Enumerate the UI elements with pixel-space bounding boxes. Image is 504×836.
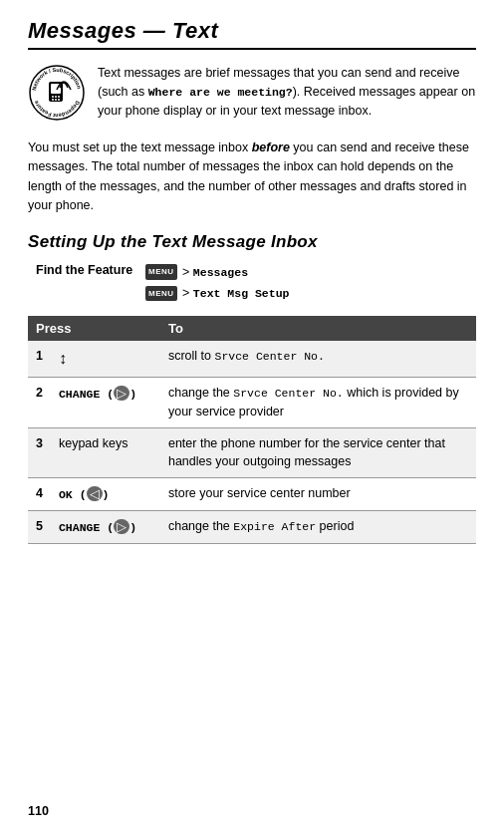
network-subscription-icon: Network / Subscription Dependent Feature xyxy=(28,64,86,125)
svg-text:Dependent  Feature: Dependent Feature xyxy=(33,100,81,119)
table-row: 3 keypad keys enter the phone number for… xyxy=(28,427,476,478)
find-step-2: MENU > Text Msg Setup xyxy=(145,283,289,304)
svg-point-5 xyxy=(52,96,54,98)
body-text-before: before xyxy=(252,140,290,154)
step-action-3: keypad keys xyxy=(51,427,160,478)
step-result-2-mono: Srvce Center No. xyxy=(233,387,343,400)
svg-point-10 xyxy=(58,99,60,101)
svg-point-6 xyxy=(55,96,57,98)
close-paren-5: ) xyxy=(129,521,136,534)
step-result-1-mono: Srvce Center No. xyxy=(215,350,325,363)
section-title: Setting Up the Text Message Inbox xyxy=(28,232,476,252)
ok-key-4: OK ( xyxy=(59,488,87,501)
page-number: 110 xyxy=(28,804,49,818)
find-step-1: MENU > Messages xyxy=(145,262,289,283)
body-paragraph: You must set up the text message inbox b… xyxy=(28,139,476,216)
svg-point-7 xyxy=(58,96,60,98)
step-action-1: ↕ xyxy=(51,341,160,378)
intro-example-code: Where are we meeting? xyxy=(148,86,293,99)
table-row: 1 ↕ scroll to Srvce Center No. xyxy=(28,341,476,378)
table-row: 5 CHANGE (▷) change the Expire After per… xyxy=(28,510,476,543)
right-soft-key-2: ▷ xyxy=(114,386,129,401)
menu-key-1: MENU xyxy=(145,264,177,280)
step-num-4: 4 xyxy=(28,478,51,511)
step-num-3: 3 xyxy=(28,427,51,478)
table-row: 2 CHANGE (▷) change the Srvce Center No.… xyxy=(28,378,476,428)
header-press: Press xyxy=(28,316,160,341)
change-key-2: CHANGE ( xyxy=(59,388,114,401)
nav-key-icon: ↕ xyxy=(59,350,67,367)
step-num-2: 2 xyxy=(28,378,51,428)
close-paren-4: ) xyxy=(103,488,110,501)
body-text-part1: You must set up the text message inbox xyxy=(28,140,252,154)
find-step-1-text: > Messages xyxy=(182,265,248,279)
step-num-5: 5 xyxy=(28,510,51,543)
step-result-3: enter the phone number for the service c… xyxy=(160,427,476,478)
svg-point-9 xyxy=(55,99,57,101)
page-title: Messages — Text xyxy=(28,18,476,50)
step-result-5: change the Expire After period xyxy=(160,510,476,543)
close-paren-2: ) xyxy=(129,388,136,401)
keypad-keys-label: keypad keys xyxy=(59,436,127,450)
step-result-1: scroll to Srvce Center No. xyxy=(160,341,476,378)
table-header-row: Press To xyxy=(28,316,476,341)
step-action-2: CHANGE (▷) xyxy=(51,378,160,428)
intro-section: Network / Subscription Dependent Feature xyxy=(28,64,476,125)
find-feature-label: Find the Feature xyxy=(36,262,145,277)
steps-table: Press To 1 ↕ scroll to Srvce Center No. … xyxy=(28,316,476,544)
intro-text: Text messages are brief messages that yo… xyxy=(98,64,476,120)
expire-after-label: Expire After xyxy=(233,520,316,533)
step-action-4: OK (◁) xyxy=(51,478,160,511)
step-result-2: change the Srvce Center No. which is pro… xyxy=(160,378,476,428)
menu-key-2: MENU xyxy=(145,286,177,302)
change-key-5: CHANGE ( xyxy=(59,521,114,534)
find-feature-steps: MENU > Messages MENU > Text Msg Setup xyxy=(145,262,289,305)
find-step-2-text: > Text Msg Setup xyxy=(182,286,289,300)
left-soft-key-4: ◁ xyxy=(87,486,103,501)
table-row: 4 OK (◁) store your service center numbe… xyxy=(28,478,476,511)
right-soft-key-5: ▷ xyxy=(114,519,129,534)
step-action-5: CHANGE (▷) xyxy=(51,510,160,543)
svg-point-8 xyxy=(52,99,54,101)
find-feature: Find the Feature MENU > Messages MENU > … xyxy=(28,262,476,305)
header-to: To xyxy=(160,316,476,341)
step-num-1: 1 xyxy=(28,341,51,378)
step-result-4: store your service center number xyxy=(160,478,476,511)
